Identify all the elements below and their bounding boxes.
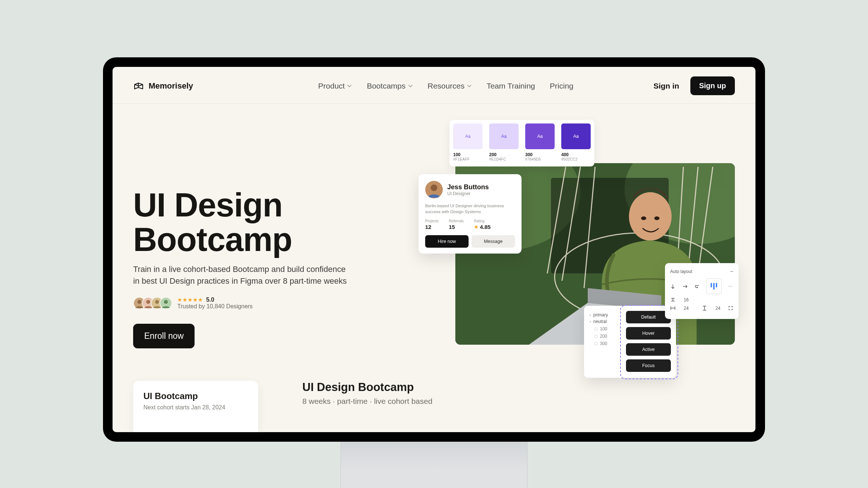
svg-point-1 [138,300,142,304]
hero-subtitle: Train in a live cohort-based Bootcamp an… [133,263,354,287]
nav-links: Product Bootcamps Resources Team Trainin… [318,82,573,90]
screen: Memorisely Product Bootcamps Resources T… [113,67,755,432]
nav-link-label: Product [318,82,345,90]
color-swatches: Aa 100 #F1EAFF Aa 200 #E1D4FC Aa 300 #76… [449,120,594,166]
token-group-primary[interactable]: ▾primary [589,312,621,317]
avatar-stack [133,297,172,309]
token-panel: ▾primary ▾neutral 100 200 300 Default Ho… [584,306,676,378]
token-group-neutral[interactable]: ▾neutral [589,319,621,324]
autolayout-title: Auto layout [670,269,692,274]
svg-point-14 [641,216,646,220]
nav-link-label: Resources [428,82,465,90]
token-shade[interactable]: 200 [594,334,621,339]
arrow-right-icon[interactable] [682,284,688,289]
monitor-stand [341,442,527,488]
profile-card: Jess Buttons UI Designer Berlin-based UI… [419,174,522,254]
autolayout-panel: Auto layout − ⋯ 16 [665,263,739,319]
nav-link-label: Pricing [550,82,573,90]
logo-icon [133,80,145,92]
section-title: UI Design Bootcamp [302,381,433,394]
padding-h-icon [670,305,676,311]
swatch-400: Aa 400 #502CC2 [561,123,591,161]
swatch-300: Aa 300 #7649D5 [525,123,555,161]
cohort-card-sub: Next cohort starts Jan 28, 2024 [143,404,248,411]
expand-icon[interactable] [728,305,733,311]
brand[interactable]: Memorisely [133,80,193,92]
hero-illustration: Aa 100 #F1EAFF Aa 200 #E1D4FC Aa 300 #76… [448,116,735,373]
padding-v-value[interactable]: 24 [715,306,720,311]
brand-name: Memorisely [149,81,193,91]
nav-link-pricing[interactable]: Pricing [550,82,573,90]
profile-role: UI Designer [447,191,489,196]
avatar [425,181,443,198]
top-nav: Memorisely Product Bootcamps Resources T… [113,67,755,104]
svg-point-15 [654,216,659,220]
svg-point-17 [431,184,437,191]
swatch-100: Aa 100 #F1EAFF [453,123,483,161]
trusted-by: Trusted by 10,840 Designers [177,303,253,310]
padding-v-icon [702,305,707,311]
arrow-down-icon[interactable] [670,284,676,289]
hero-title: UI Design Bootcamp [133,188,376,257]
nav-link-resources[interactable]: Resources [428,82,472,90]
svg-point-13 [629,192,672,241]
more-icon[interactable]: ⋯ [728,284,733,289]
cohort-card-title: UI Bootcamp [143,391,248,401]
enroll-button[interactable]: Enroll now [133,324,195,348]
nav-link-label: Team Training [487,82,535,90]
minus-icon[interactable]: − [730,268,733,275]
cohort-card[interactable]: UI Bootcamp Next cohort starts Jan 28, 2… [133,381,258,432]
signin-link[interactable]: Sign in [654,82,679,90]
star-icon: ★ [474,224,479,230]
alignment-box[interactable] [706,279,722,294]
token-shade[interactable]: 300 [594,341,621,346]
profile-name: Jess Buttons [447,183,489,191]
gap-vertical-icon [670,297,676,302]
state-hover[interactable]: Hover [626,327,671,340]
state-focus[interactable]: Focus [626,359,671,372]
social-proof: ★★★★★ 5.0 Trusted by 10,840 Designers [133,297,376,310]
nav-link-bootcamps[interactable]: Bootcamps [367,82,413,90]
wrap-icon[interactable] [694,284,700,289]
swatch-200: Aa 200 #E1D4FC [489,123,519,161]
star-icon: ★★★★★ [177,297,203,303]
nav-link-product[interactable]: Product [318,82,352,90]
gap-value[interactable]: 16 [684,297,689,302]
svg-point-5 [155,300,159,304]
state-default[interactable]: Default [626,311,671,323]
rating-score: 5.0 [206,297,214,303]
nav-link-team-training[interactable]: Team Training [487,82,535,90]
chevron-down-icon [408,83,413,89]
svg-point-3 [146,300,150,304]
signup-button[interactable]: Sign up [690,76,735,95]
message-button[interactable]: Message [472,235,515,248]
state-active[interactable]: Active [626,343,671,356]
token-shade[interactable]: 100 [594,326,621,331]
profile-bio: Berlin-based UI Designer driving busines… [425,203,515,215]
padding-h-value[interactable]: 24 [684,306,689,311]
monitor-frame: Memorisely Product Bootcamps Resources T… [103,57,765,442]
section-subtitle: 8 weeks · part-time · live cohort based [302,397,433,406]
chevron-down-icon [467,83,472,89]
nav-link-label: Bootcamps [367,82,405,90]
avatar [160,297,172,309]
svg-point-7 [164,300,168,304]
rating-line: ★★★★★ 5.0 [177,297,253,303]
chevron-down-icon [347,83,352,89]
hire-button[interactable]: Hire now [425,235,469,248]
